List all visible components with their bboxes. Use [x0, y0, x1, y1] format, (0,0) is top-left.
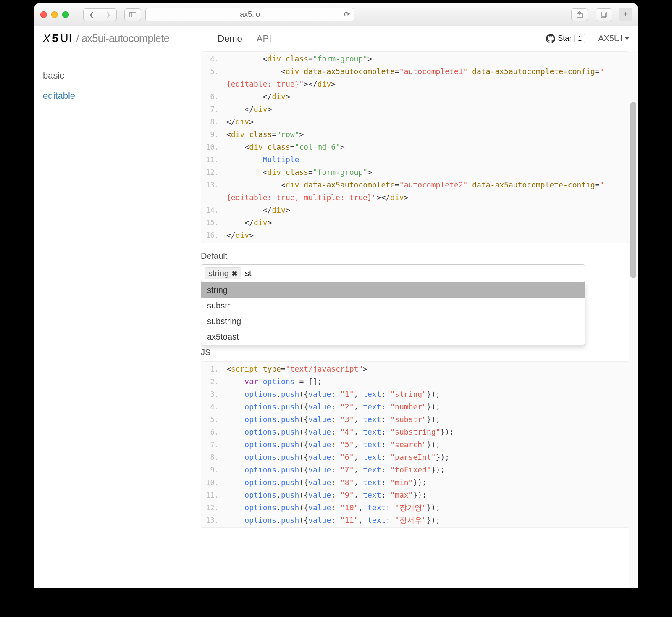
code-line: 10. <div class="col-md-6"> — [201, 141, 629, 153]
user-label: AX5UI — [598, 34, 622, 43]
app-navbar: X5UI / ax5ui-autocomplete Demo API Star … — [34, 26, 638, 51]
chevron-down-icon — [625, 37, 629, 40]
sidebar-item-basic[interactable]: basic — [43, 70, 192, 81]
code-line: 13. <div data-ax5autocomplete="autocompl… — [201, 179, 629, 191]
code-line: 5. options.push({value: "3", text: "subs… — [201, 413, 629, 426]
code-line: 8.</div> — [201, 116, 629, 128]
dropdown-option[interactable]: ax5toast — [201, 329, 585, 345]
code-line: 5. <div data-ax5autocomplete="autocomple… — [201, 65, 629, 78]
svg-rect-4 — [601, 13, 606, 18]
sidebar-item-editable[interactable]: editable — [43, 90, 192, 101]
code-line: 13. options.push({value: "11", text: "장서… — [201, 514, 629, 527]
share-icon[interactable] — [571, 8, 588, 21]
code-line: 11. Multiple — [201, 153, 629, 166]
window-controls — [40, 11, 69, 18]
back-button[interactable]: ❮ — [83, 8, 100, 21]
code-line: 10. options.push({value: "8", text: "min… — [201, 476, 629, 489]
dropdown-option[interactable]: string — [201, 282, 585, 298]
nav-api[interactable]: API — [257, 33, 271, 44]
close-icon[interactable]: ✖ — [231, 269, 238, 278]
dropdown-option[interactable]: substring — [201, 314, 585, 329]
url-text: ax5.io — [240, 10, 260, 19]
dropdown-option[interactable]: substr — [201, 298, 585, 314]
code-line: {editable: true, multiple: true}"></div> — [201, 191, 629, 204]
address-bar[interactable]: ax5.io ⟳ — [145, 8, 354, 21]
code-line: 6. options.push({value: "4", text: "subs… — [201, 426, 629, 438]
code-line: 11. options.push({value: "9", text: "max… — [201, 489, 629, 501]
close-icon[interactable] — [40, 11, 47, 18]
scrollbar-thumb[interactable] — [630, 102, 636, 278]
code-line: 12. <div class="form-group"> — [201, 166, 629, 179]
star-label: Star — [558, 34, 572, 43]
html-code-block: 4. <div class="form-group">5. <div data-… — [201, 51, 629, 243]
code-line: 3. options.push({value: "1", text: "stri… — [201, 388, 629, 401]
chip-label: string — [208, 269, 229, 278]
browser-titlebar: ❮ ❯ ax5.io ⟳ + — [34, 3, 638, 26]
nav-demo[interactable]: Demo — [218, 33, 242, 44]
autocomplete-dropdown: stringsubstrsubstringax5toast — [201, 282, 585, 345]
github-icon — [546, 34, 555, 43]
code-line: 9.<div class="row"> — [201, 128, 629, 141]
js-label: JS — [201, 348, 629, 357]
code-line: 16.</div> — [201, 229, 629, 242]
star-count: 1 — [574, 34, 585, 43]
code-line: 8. options.push({value: "6", text: "pars… — [201, 451, 629, 464]
user-menu[interactable]: AX5UI — [598, 34, 629, 43]
reload-icon[interactable]: ⟳ — [344, 10, 350, 19]
tabs-icon[interactable] — [596, 8, 612, 21]
code-line: 4. options.push({value: "2", text: "numb… — [201, 401, 629, 413]
code-line: 7. </div> — [201, 103, 629, 116]
brand-logo[interactable]: X5UI — [43, 32, 72, 45]
code-line: 4. <div class="form-group"> — [201, 53, 629, 65]
code-line: 2. var options = []; — [201, 375, 629, 388]
sidebar-toggle-icon[interactable] — [124, 8, 141, 21]
selected-chip[interactable]: string ✖ — [205, 267, 242, 279]
autocomplete-input[interactable] — [245, 269, 582, 278]
default-label: Default — [201, 251, 629, 261]
svg-rect-0 — [129, 12, 136, 17]
code-line: 1.<script type="text/javascript"> — [201, 363, 629, 375]
brand-sub: ax5ui-autocomplete — [81, 32, 169, 45]
main-content: 4. <div class="form-group">5. <div data-… — [201, 51, 638, 588]
code-line: 9. options.push({value: "7", text: "toFi… — [201, 464, 629, 476]
minimize-icon[interactable] — [51, 11, 58, 18]
github-star[interactable]: Star 1 — [546, 34, 585, 43]
code-line: {editable: true}"></div> — [201, 78, 629, 90]
code-line: 12. options.push({value: "10", text: "장기… — [201, 501, 629, 514]
code-line: 6. </div> — [201, 90, 629, 103]
svg-rect-5 — [602, 12, 607, 16]
code-line: 7. options.push({value: "5", text: "sear… — [201, 438, 629, 451]
new-tab-button[interactable]: + — [619, 8, 632, 21]
sidebar: basic editable — [34, 51, 201, 588]
forward-button[interactable]: ❯ — [100, 8, 117, 21]
browser-window: ❮ ❯ ax5.io ⟳ + X5UI / ax5ui-autocomplete… — [34, 3, 638, 588]
code-line: 15. </div> — [201, 216, 629, 229]
js-code-block: 1.<script type="text/javascript">2. var … — [201, 361, 629, 528]
brand-separator: / — [76, 33, 79, 44]
code-line: 14. </div> — [201, 204, 629, 216]
zoom-icon[interactable] — [62, 11, 69, 18]
autocomplete-field[interactable]: string ✖ — [201, 264, 585, 282]
